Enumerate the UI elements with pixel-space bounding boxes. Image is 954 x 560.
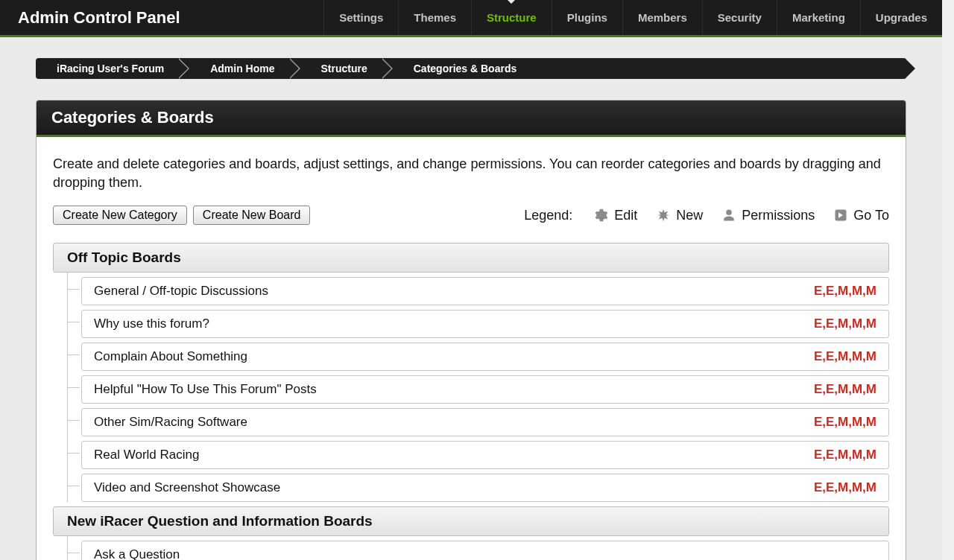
- nav-settings[interactable]: Settings: [323, 0, 398, 35]
- nav-plugins-label: Plugins: [567, 11, 607, 24]
- board-permission-tags: E,E,M,M,M: [814, 415, 876, 430]
- tree-connector-icon: [53, 371, 81, 404]
- gear-icon: [595, 209, 608, 222]
- legend-new-label: New: [676, 208, 703, 223]
- board-name: General / Off-topic Discussions: [94, 284, 814, 299]
- board-item[interactable]: Video and Screenshot ShowcaseE,E,M,M,M: [81, 474, 889, 502]
- nav-active-arrow-icon: [505, 0, 517, 4]
- topbar: Admin Control Panel Settings Themes Stru…: [0, 0, 942, 37]
- board-item[interactable]: Why use this forum?E,E,M,M,M: [81, 310, 889, 338]
- tree-connector-icon: [53, 536, 81, 560]
- category-header[interactable]: New iRacer Question and Information Boar…: [53, 506, 889, 536]
- nav-members[interactable]: Members: [622, 0, 702, 35]
- legend-label: Legend:: [524, 208, 572, 223]
- board-item[interactable]: Other Sim/Racing SoftwareE,E,M,M,M: [81, 408, 889, 436]
- board-item[interactable]: General / Off-topic DiscussionsE,E,M,M,M: [81, 277, 889, 305]
- board-name: Why use this forum?: [94, 316, 814, 331]
- legend-new: New: [657, 208, 703, 223]
- nav-upgrades-label: Upgrades: [876, 11, 927, 24]
- legend-permissions: Permissions: [722, 208, 815, 223]
- board-name: Helpful "How To Use This Forum" Posts: [94, 382, 814, 397]
- brand-title: Admin Control Panel: [0, 8, 198, 28]
- board-name: Video and Screenshot Showcase: [94, 480, 814, 495]
- tree-connector-icon: [53, 436, 81, 469]
- legend-edit: Edit: [595, 208, 637, 223]
- category-header[interactable]: Off Topic Boards: [53, 243, 889, 273]
- board-item[interactable]: Ask a Question: [81, 541, 889, 560]
- board-row: Why use this forum?E,E,M,M,M: [53, 305, 889, 338]
- nav-security-label: Security: [718, 11, 762, 24]
- nav-structure[interactable]: Structure: [471, 0, 552, 35]
- board-permission-tags: E,E,M,M,M: [814, 382, 876, 397]
- board-row: General / Off-topic DiscussionsE,E,M,M,M: [53, 273, 889, 305]
- nav-marketing[interactable]: Marketing: [777, 0, 860, 35]
- crumb-categories-boards[interactable]: Categories & Boards: [393, 63, 531, 74]
- board-name: Complain About Something: [94, 349, 814, 364]
- svg-marker-0: [657, 209, 670, 222]
- legend: Legend: Edit New Permissions: [524, 208, 889, 223]
- crumb-sep-icon: [179, 58, 189, 79]
- nav-marketing-label: Marketing: [792, 11, 845, 24]
- board-row: Real World RacingE,E,M,M,M: [53, 436, 889, 469]
- create-category-button[interactable]: Create New Category: [53, 206, 187, 225]
- board-permission-tags: E,E,M,M,M: [814, 448, 876, 462]
- toolbar: Create New Category Create New Board Leg…: [53, 206, 889, 225]
- legend-permissions-label: Permissions: [742, 208, 815, 223]
- legend-goto-label: Go To: [853, 208, 889, 223]
- board-row: Helpful "How To Use This Forum" PostsE,E…: [53, 371, 889, 404]
- crumb-forum[interactable]: iRacing User's Forum: [36, 63, 179, 74]
- crumb-sep-icon: [382, 58, 393, 79]
- nav-themes[interactable]: Themes: [398, 0, 471, 35]
- panel: Categories & Boards Create and delete ca…: [36, 100, 906, 560]
- crumb-sep-icon: [290, 58, 300, 79]
- board-item[interactable]: Real World RacingE,E,M,M,M: [81, 441, 889, 469]
- board-permission-tags: E,E,M,M,M: [814, 284, 876, 299]
- breadcrumb: iRacing User's Forum Admin Home Structur…: [0, 37, 942, 79]
- board-name: Ask a Question: [94, 547, 876, 560]
- vertical-scrollbar[interactable]: [942, 0, 954, 560]
- new-badge-icon: [657, 209, 670, 222]
- nav-security[interactable]: Security: [702, 0, 777, 35]
- board-permission-tags: E,E,M,M,M: [814, 480, 876, 495]
- board-row: Ask a Question: [53, 536, 889, 560]
- board-name: Other Sim/Racing Software: [94, 415, 814, 430]
- board-row: Other Sim/Racing SoftwareE,E,M,M,M: [53, 404, 889, 436]
- intro-text: Create and delete categories and boards,…: [53, 155, 889, 192]
- board-name: Real World Racing: [94, 448, 814, 462]
- board-row: Complain About SomethingE,E,M,M,M: [53, 338, 889, 371]
- topnav: Settings Themes Structure Plugins Member…: [323, 0, 942, 35]
- tree-connector-icon: [53, 305, 81, 338]
- nav-settings-label: Settings: [339, 11, 383, 24]
- board-item[interactable]: Complain About SomethingE,E,M,M,M: [81, 343, 889, 371]
- legend-edit-label: Edit: [614, 208, 637, 223]
- nav-plugins[interactable]: Plugins: [552, 0, 622, 35]
- arrow-right-box-icon: [834, 209, 847, 222]
- tree-connector-icon: [53, 469, 81, 502]
- nav-members-label: Members: [638, 11, 687, 24]
- category-list: Off Topic BoardsGeneral / Off-topic Disc…: [53, 243, 889, 560]
- tree-connector-icon: [53, 273, 81, 305]
- tree-connector-icon: [53, 404, 81, 436]
- legend-goto: Go To: [834, 208, 889, 223]
- nav-upgrades[interactable]: Upgrades: [860, 0, 942, 35]
- board-permission-tags: E,E,M,M,M: [814, 316, 876, 331]
- board-item[interactable]: Helpful "How To Use This Forum" PostsE,E…: [81, 375, 889, 404]
- board-row: Video and Screenshot ShowcaseE,E,M,M,M: [53, 469, 889, 502]
- person-icon: [722, 209, 736, 222]
- nav-structure-label: Structure: [487, 11, 537, 24]
- nav-themes-label: Themes: [414, 11, 456, 24]
- crumb-structure[interactable]: Structure: [300, 63, 382, 74]
- board-permission-tags: E,E,M,M,M: [814, 349, 876, 364]
- crumb-admin-home[interactable]: Admin Home: [189, 63, 289, 74]
- page-title: Categories & Boards: [37, 101, 906, 137]
- create-board-button[interactable]: Create New Board: [193, 206, 311, 225]
- tree-connector-icon: [53, 338, 81, 371]
